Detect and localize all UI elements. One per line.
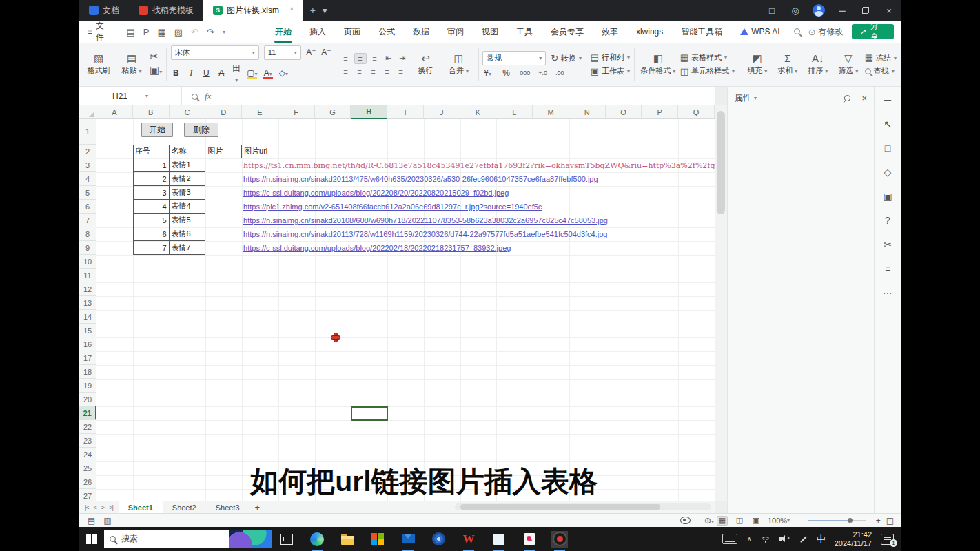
pen-icon[interactable]	[800, 536, 807, 543]
ribbon-search-icon[interactable]	[794, 27, 800, 37]
sheet-tab-Sheet2[interactable]: Sheet2	[163, 501, 206, 513]
doc-tab-文档[interactable]: 文档	[79, 0, 129, 21]
cell-no[interactable]: 5	[133, 214, 170, 227]
cell-url-link[interactable]: https://n.sinaimg.cn/sinakd20108/608/w69…	[243, 216, 608, 225]
ime-indicator[interactable]: 中	[817, 533, 826, 545]
cell-no[interactable]: 7	[133, 241, 170, 255]
menu-item-插入[interactable]: 插入	[308, 22, 327, 42]
cell-no[interactable]: 4	[133, 200, 170, 214]
column-header-O[interactable]: O	[606, 105, 642, 119]
bold-button[interactable]: B	[171, 68, 181, 78]
row-header-14[interactable]: 14	[79, 310, 96, 324]
row-header-24[interactable]: 24	[79, 448, 96, 461]
photos-app-button[interactable]	[521, 531, 538, 548]
close-button[interactable]: ×	[877, 0, 901, 21]
row-header-7[interactable]: 7	[79, 214, 96, 227]
add-sheet-button[interactable]: +	[249, 502, 266, 512]
zoom-dropdown-icon[interactable]: ▾	[787, 517, 790, 523]
row-header-25[interactable]: 25	[79, 461, 96, 475]
cell-no[interactable]: 1	[133, 158, 170, 172]
align-right-icon[interactable]: ≡	[368, 67, 379, 76]
pin-icon[interactable]	[844, 94, 853, 103]
horizontal-scrollbar[interactable]	[455, 503, 711, 510]
column-header-H[interactable]: H	[351, 105, 387, 119]
menu-item-审阅[interactable]: 审阅	[446, 22, 465, 42]
currency-format-button[interactable]: ¥▾	[482, 68, 493, 78]
sum-button[interactable]: Σ 求和 ▾	[774, 53, 802, 76]
cut-icon[interactable]: ✂	[150, 51, 162, 62]
row-header-8[interactable]: 8	[79, 227, 96, 241]
view-page-break-icon[interactable]: ▣	[751, 517, 761, 525]
font-size-select[interactable]: 11▾	[264, 45, 301, 60]
menu-item-效率[interactable]: 效率	[600, 22, 620, 42]
strikethrough-button[interactable]: A	[216, 68, 227, 78]
column-header-I[interactable]: I	[387, 105, 424, 119]
cell-url-link[interactable]: https://pic1.zhimg.com/v2-651408f66faccb…	[243, 202, 542, 211]
row-header-2[interactable]: 2	[79, 145, 96, 158]
cell-name[interactable]: 表情4	[170, 200, 206, 214]
align-bottom-icon[interactable]: ≡	[369, 54, 380, 63]
row-header-20[interactable]: 20	[79, 393, 96, 406]
cell-name[interactable]: 表情2	[170, 172, 206, 186]
row-header-12[interactable]: 12	[79, 282, 96, 296]
select-all-corner[interactable]	[79, 105, 96, 119]
panel-dropdown-icon[interactable]: ▾	[754, 95, 757, 101]
undo-icon[interactable]: ↶	[191, 27, 198, 37]
row-header-13[interactable]: 13	[79, 296, 96, 310]
last-sheet-icon[interactable]: >|	[109, 504, 113, 511]
row-header-5[interactable]: 5	[79, 186, 96, 200]
align-center-icon[interactable]: ≡	[354, 67, 365, 76]
fullscreen-icon[interactable]: ◳	[886, 516, 894, 526]
more-tools-icon[interactable]: ⋯	[883, 288, 892, 298]
start-button[interactable]	[79, 527, 104, 551]
book-icon[interactable]: ▣	[883, 191, 892, 201]
menu-item-WPS AI[interactable]: WPS AI	[739, 23, 781, 41]
cut-tool-icon[interactable]: ✂	[884, 240, 892, 249]
column-header-P[interactable]: P	[642, 105, 678, 119]
underline-button[interactable]: U	[201, 68, 212, 78]
microsoft-store-button[interactable]	[369, 531, 386, 548]
collapse-icon[interactable]: ─	[884, 95, 891, 105]
prev-sheet-icon[interactable]: <	[94, 504, 96, 511]
cell-url-link[interactable]: https://c-ssl.duitang.com/uploads/blog/2…	[243, 189, 509, 197]
mail-button[interactable]	[400, 531, 416, 548]
zoom-in-button[interactable]: +	[876, 516, 881, 526]
freeze-button[interactable]: ▦冻结▾	[865, 52, 897, 63]
column-header-N[interactable]: N	[569, 105, 606, 119]
name-box[interactable]: H21▾	[79, 87, 182, 105]
number-format-select[interactable]: 常规▾	[482, 51, 546, 65]
account-avatar[interactable]	[807, 0, 830, 21]
filter-button[interactable]: ▽ 筛选 ▾	[835, 53, 862, 76]
decrease-indent-icon[interactable]: ⇤	[383, 54, 394, 63]
help-icon[interactable]: ?	[885, 216, 890, 225]
print-preview-icon[interactable]: ▧	[174, 27, 183, 37]
font-color-button[interactable]: A▾	[263, 68, 274, 78]
macro-button-开始[interactable]: 开始	[141, 123, 173, 137]
column-header-K[interactable]: K	[460, 105, 497, 119]
column-header-J[interactable]: J	[424, 105, 460, 119]
cell-name[interactable]: 表情5	[170, 214, 206, 227]
cell-name[interactable]: 表情6	[170, 227, 206, 241]
menu-item-视图[interactable]: 视图	[480, 22, 500, 42]
convert-button[interactable]: ↻转换▾	[551, 53, 582, 64]
row-header-27[interactable]: 27	[79, 489, 96, 501]
restore-button[interactable]	[854, 0, 877, 21]
network-app-button[interactable]	[430, 531, 447, 548]
merge-cells-button[interactable]: ◫ 合并 ▾	[444, 53, 474, 76]
sheet-tab-Sheet3[interactable]: Sheet3	[206, 501, 249, 513]
align-middle-icon[interactable]: ≡	[354, 53, 367, 64]
highlight-color-button[interactable]: ▢▾	[247, 68, 258, 78]
distribute-icon[interactable]: ≡	[396, 67, 407, 76]
row-header-26[interactable]: 26	[79, 475, 96, 489]
file-explorer-button[interactable]	[339, 531, 356, 548]
cell-name[interactable]: 表情1	[170, 158, 206, 172]
doc-tab-图片转换.xlsm[interactable]: S图片转换.xlsm*	[203, 0, 303, 21]
align-top-icon[interactable]: ≡	[340, 54, 351, 63]
cell-name[interactable]: 表情3	[170, 186, 206, 200]
notification-center-icon[interactable]: 1	[881, 534, 894, 545]
status-selection-icon[interactable]: ▤	[88, 516, 95, 526]
screen-recorder-button[interactable]	[551, 531, 568, 548]
menu-item-工具[interactable]: 工具	[515, 22, 534, 42]
cell-url-link[interactable]: https://n.sinaimg.cn/sinakd20113/475/w64…	[243, 175, 598, 183]
status-record-icon[interactable]: ▥	[103, 516, 111, 526]
